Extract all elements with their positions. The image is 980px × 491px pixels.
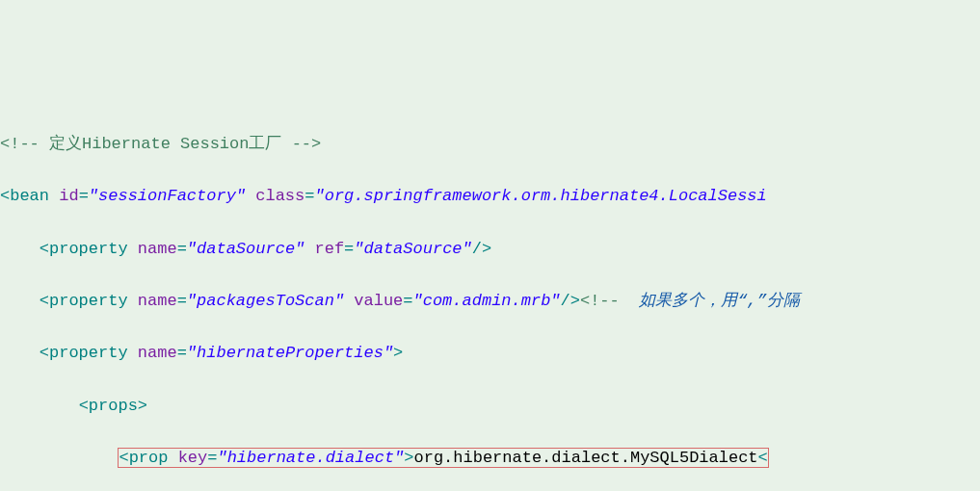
highlighted-box: <prop key="hibernate.dialect">org.hibern… (118, 448, 768, 468)
punct-eq: = (177, 344, 187, 362)
code-line: <property name="dataSource" ref="dataSou… (0, 236, 980, 262)
quote: " (384, 344, 393, 362)
punct-eq: = (305, 187, 314, 205)
attr-name: name (138, 344, 177, 362)
punct-gt: > (393, 344, 403, 362)
tag-property: property (49, 292, 128, 310)
attr-class: class (255, 187, 305, 205)
punct-lt: < (40, 292, 49, 310)
punct-eq: = (79, 187, 89, 205)
val: hibernateProperties (197, 344, 384, 362)
val: sessionFactory (98, 187, 236, 205)
val: hibernate.dialect (227, 449, 394, 467)
attr-id: id (59, 187, 78, 205)
quote: " (413, 292, 423, 310)
code-line: <!-- 定义Hibernate Session工厂 --> (0, 131, 980, 157)
val: dataSource (197, 240, 295, 258)
tag-props: props (89, 397, 138, 415)
xml-code-block[interactable]: <!-- 定义Hibernate Session工厂 --> <bean id=… (0, 105, 980, 491)
quote: " (550, 292, 560, 310)
comment-open: <!-- (580, 292, 639, 310)
comment-cjk: 如果多个，用“,”分隔 (639, 292, 800, 310)
quote: " (236, 187, 246, 205)
quote: " (394, 449, 404, 467)
punct-lt: < (119, 449, 128, 467)
tag-property: property (49, 240, 128, 258)
quote: " (314, 187, 324, 205)
quote: " (187, 240, 197, 258)
code-line: <property name="packagesToScan" value="c… (0, 288, 980, 314)
punct-slashgt: /> (472, 240, 491, 258)
comment-close: --> (281, 135, 321, 153)
punct-lt: < (0, 187, 10, 205)
val: packagesToScan (197, 292, 334, 310)
quote: " (187, 292, 197, 310)
quote: " (295, 240, 305, 258)
code-line: <bean id="sessionFactory" class="org.spr… (0, 183, 980, 209)
val: com.admin.mrb (423, 292, 551, 310)
punct-eq: = (177, 292, 187, 310)
tag-property: property (49, 344, 128, 362)
code-line: <props> (0, 393, 980, 419)
attr-key: key (178, 449, 208, 467)
comment-mid: Hibernate Session (82, 135, 249, 153)
punct-lt: < (79, 397, 89, 415)
comment-cjk: 工厂 (249, 135, 281, 153)
tag-prop: prop (129, 449, 169, 467)
code-line: <property name="hibernateProperties"> (0, 340, 980, 366)
quote: " (89, 187, 98, 205)
attr-value: value (354, 292, 403, 310)
punct-eq: = (344, 240, 354, 258)
val: dataSource (364, 240, 463, 258)
punct-eq: = (177, 240, 187, 258)
quote: " (187, 344, 197, 362)
text: org.hibernate.dialect.MySQL5Dialect (414, 449, 758, 467)
punct-gt: > (138, 397, 147, 415)
comment-cjk: 定义 (49, 135, 82, 153)
quote: " (463, 240, 472, 258)
punct-gt: > (404, 449, 413, 467)
comment-open: <!-- (0, 135, 49, 153)
quote: " (334, 292, 344, 310)
punct-eq: = (207, 449, 217, 467)
attr-name: name (138, 292, 177, 310)
attr-name: name (138, 240, 177, 258)
punct-eq: = (403, 292, 412, 310)
code-line: <prop key="hibernate.dialect">org.hibern… (0, 445, 980, 471)
quote: " (217, 449, 226, 467)
punct-lt: < (40, 344, 49, 362)
attr-ref: ref (315, 240, 345, 258)
val: org.springframework.orm.hibernate4.Local… (325, 187, 767, 205)
tag-bean: bean (10, 187, 49, 205)
punct-slashgt: /> (561, 292, 580, 310)
punct-lt: < (40, 240, 49, 258)
quote: " (354, 240, 363, 258)
punct-lt: < (758, 449, 768, 467)
